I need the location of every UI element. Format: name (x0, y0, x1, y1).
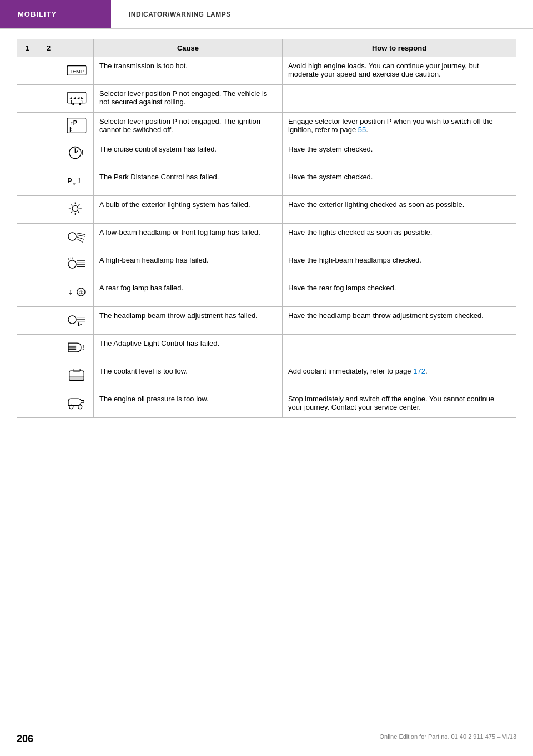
row-respond-park-distance: Have the system checked. (283, 168, 516, 196)
table-row: The headlamp beam throw adjustment has f… (17, 307, 516, 335)
svg-line-30 (77, 235, 84, 236)
row-icon-transmission: TEMP (59, 57, 94, 85)
row-col1 (17, 224, 38, 251)
svg-text:⫻: ⫻ (72, 182, 77, 187)
edition-text: Online Edition for Part no. 01 40 2 911 … (380, 733, 516, 745)
row-icon-coolant (59, 362, 94, 390)
park-distance-icon: P ⫻ ! (66, 173, 87, 189)
rear-fog-icon: ① ‡ (66, 284, 87, 300)
cruise-control-icon: ! (66, 145, 87, 162)
indicator-table: 1 2 Cause How to respond TEMP The transm… (17, 39, 516, 418)
svg-point-5 (72, 103, 74, 105)
row-col2 (38, 140, 59, 168)
row-icon-exterior-bulb (59, 196, 94, 224)
row-col1 (17, 279, 38, 307)
adaptive-light-icon: ! (66, 339, 87, 356)
row-respond-high-beam: Have the high-beam headlamps checked. (283, 251, 516, 279)
row-icon-selector-p-ignition: ↑P (59, 113, 94, 140)
row-col1 (17, 390, 38, 418)
row-cause-selector-p-rolling: Selector lever position P not engaged. T… (94, 85, 283, 113)
col-header-1: 1 (17, 39, 38, 57)
row-icon-low-beam (59, 224, 94, 251)
high-beam-icon (66, 256, 87, 273)
row-col2 (38, 85, 59, 113)
row-respond-selector-p-ignition: Engage selector lever position P when yo… (283, 113, 516, 140)
row-respond-coolant: Add coolant immediately, refer to page 1… (283, 362, 516, 390)
row-col2 (38, 307, 59, 335)
low-beam-icon (66, 228, 87, 245)
row-icon-adaptive-light: ! (59, 335, 94, 362)
table-row: ↑P Selector lever position P not engaged… (17, 113, 516, 140)
row-cause-adaptive-light: The Adaptive Light Control has failed. (94, 335, 283, 362)
row-col1 (17, 335, 38, 362)
row-icon-oil-pressure: . (59, 390, 94, 418)
page-footer: 206 Online Edition for Part no. 01 40 2 … (0, 733, 533, 745)
svg-point-28 (68, 233, 76, 240)
svg-text:◄◄◄►: ◄◄◄► (68, 96, 84, 100)
row-cause-oil-pressure: The engine oil pressure is too low. (94, 390, 283, 418)
row-respond-exterior-bulb: Have the exterior lighting checked as so… (283, 196, 516, 224)
row-col2 (38, 279, 59, 307)
main-content: 1 2 Cause How to respond TEMP The transm… (0, 29, 533, 435)
row-col1 (17, 140, 38, 168)
table-row: A high-beam headlamp has failed. Have th… (17, 251, 516, 279)
row-cause-coolant: The coolant level is too low. (94, 362, 283, 390)
row-col1 (17, 113, 38, 140)
row-col1 (17, 307, 38, 335)
svg-text:!: ! (78, 177, 80, 185)
svg-point-58 (78, 405, 82, 409)
row-cause-transmission: The transmission is too hot. (94, 57, 283, 85)
header-indicator-tab: INDICATOR/WARNING LAMPS (111, 0, 249, 28)
row-icon-selector-p-rolling: ◄◄◄► (59, 85, 94, 113)
col-header-cause: Cause (94, 39, 283, 57)
svg-line-26 (78, 204, 79, 206)
row-col2 (38, 362, 59, 390)
col-header-2: 2 (38, 39, 59, 57)
svg-line-14 (75, 151, 78, 153)
page172-link[interactable]: 172 (413, 367, 425, 375)
row-col2 (38, 335, 59, 362)
row-col1 (17, 57, 38, 85)
table-row: P ⫻ ! The Park Distance Control has fail… (17, 168, 516, 196)
exterior-bulb-icon (66, 200, 87, 217)
row-respond-low-beam: Have the lights checked as soon as possi… (283, 224, 516, 251)
row-col2 (38, 224, 59, 251)
svg-line-32 (77, 239, 83, 242)
table-row: ! The cruise control system has failed. … (17, 140, 516, 168)
page-number: 206 (17, 733, 33, 745)
page55-link[interactable]: 55 (358, 125, 366, 134)
oil-pressure-icon: . (66, 395, 87, 411)
col-header-icon (59, 39, 94, 57)
svg-text:TEMP: TEMP (69, 69, 84, 74)
row-col1 (17, 251, 38, 279)
row-respond-adaptive-light (283, 335, 516, 362)
row-col1 (17, 168, 38, 196)
table-row: A bulb of the exterior lighting system h… (17, 196, 516, 224)
table-row: TEMP The transmission is too hot. Avoid … (17, 57, 516, 85)
coolant-icon (66, 367, 87, 384)
svg-text:.: . (82, 397, 83, 402)
selector-p-ignition-icon: ↑P (66, 117, 87, 134)
row-col2 (38, 390, 59, 418)
row-cause-park-distance: The Park Distance Control has failed. (94, 168, 283, 196)
table-row: The coolant level is too low. Add coolan… (17, 362, 516, 390)
svg-text:‡: ‡ (68, 289, 72, 295)
svg-text:①: ① (79, 290, 83, 295)
row-respond-oil-pressure: Stop immediately and switch off the engi… (283, 390, 516, 418)
row-respond-transmission: Avoid high engine loads. You can continu… (283, 57, 516, 85)
row-cause-headlamp-beam: The headlamp beam throw adjustment has f… (94, 307, 283, 335)
svg-point-6 (79, 103, 81, 105)
row-respond-headlamp-beam: Have the headlamp beam throw adjustment … (283, 307, 516, 335)
svg-point-19 (72, 206, 78, 212)
svg-point-44 (68, 316, 76, 324)
svg-line-24 (71, 204, 72, 206)
svg-text:!: ! (82, 344, 84, 351)
row-col1 (17, 196, 38, 224)
row-col2 (38, 196, 59, 224)
row-icon-high-beam (59, 251, 94, 279)
svg-line-31 (77, 237, 83, 239)
row-col2 (38, 113, 59, 140)
row-cause-cruise-control: The cruise control system has failed. (94, 140, 283, 168)
row-col1 (17, 85, 38, 113)
table-row: . The engine oil pressure is too low. St… (17, 390, 516, 418)
